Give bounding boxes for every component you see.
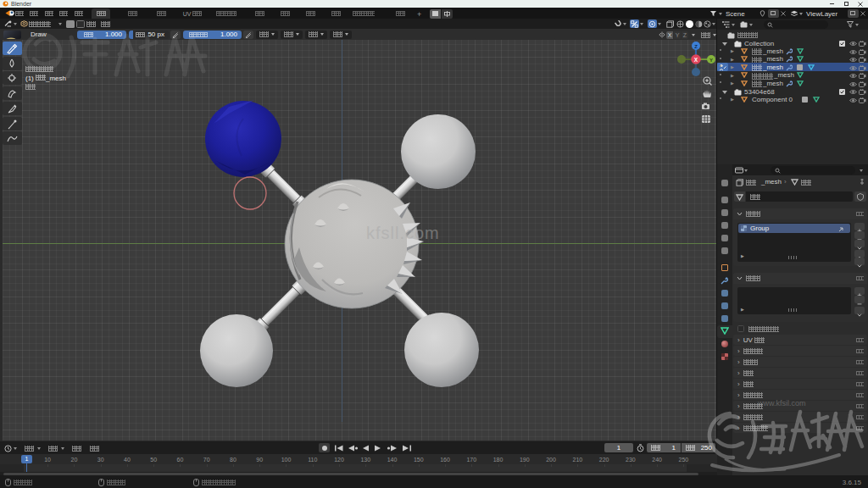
svg-text:Y: Y bbox=[709, 58, 713, 63]
svg-text:X: X bbox=[694, 57, 698, 63]
svg-text:Z: Z bbox=[694, 44, 698, 49]
